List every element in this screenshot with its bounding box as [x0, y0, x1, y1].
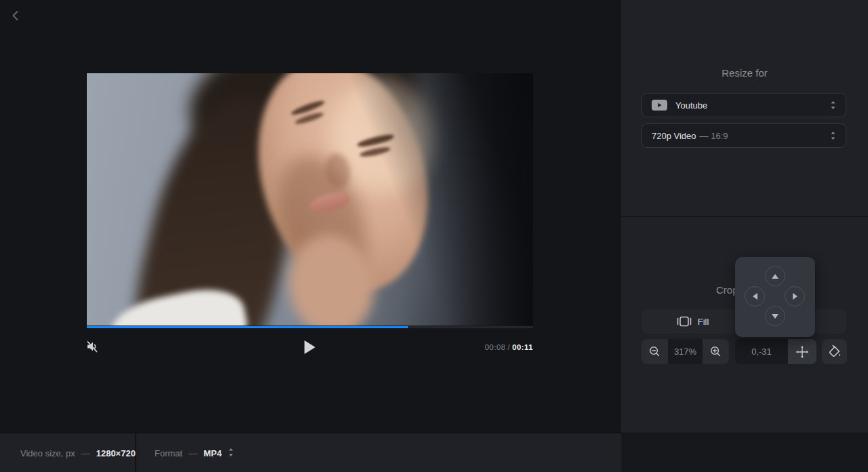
play-button[interactable]	[304, 340, 315, 354]
video-preview[interactable]	[87, 73, 533, 326]
frame-fill-icon	[677, 315, 692, 328]
sidebar-divider	[621, 216, 868, 217]
zoom-in-button[interactable]	[703, 339, 729, 364]
size-select[interactable]: 720p Video — 16:9	[642, 123, 846, 148]
time-display: 00:08/00:11	[358, 343, 533, 351]
video-resizer-app: 00:08/00:11 Resize for Youtube 720p Vide…	[0, 0, 868, 472]
editor-canvas: 00:08/00:11	[0, 0, 621, 433]
arrow-down-icon	[772, 314, 778, 319]
arrow-right-icon	[793, 293, 797, 300]
total-time: 00:11	[512, 343, 533, 351]
size-select-ratio: — 16:9	[700, 131, 728, 141]
bottom-bar: Video size, px — 1280×720 Format — MP4 E…	[0, 433, 868, 472]
move-button[interactable]	[788, 339, 816, 364]
arrow-up-icon	[772, 274, 778, 279]
format-select[interactable]: Format — MP4	[155, 433, 234, 472]
dpad-left-button[interactable]	[745, 286, 765, 307]
video-size-label: Video size, px	[20, 448, 75, 458]
zoom-control: 317%	[642, 339, 729, 364]
mute-button[interactable]	[85, 339, 101, 355]
platform-select-value: Youtube	[675, 100, 707, 111]
dash: —	[81, 448, 90, 458]
size-select-value: 720p Video	[652, 131, 696, 141]
time-separator: /	[508, 343, 511, 351]
zoom-level-value: 317%	[668, 339, 703, 364]
progress-fill	[87, 326, 408, 328]
back-button[interactable]	[7, 7, 24, 24]
stepper-icon	[830, 100, 836, 110]
stepper-icon	[830, 131, 836, 140]
video-size-value: 1280×720	[96, 448, 136, 458]
zoom-out-button[interactable]	[642, 339, 668, 364]
position-value[interactable]: 0,-31	[735, 339, 788, 364]
dpad-up-button[interactable]	[765, 266, 785, 286]
settings-sidebar: Resize for Youtube 720p Video — 16:9 Cro…	[621, 0, 868, 433]
current-time: 00:08	[485, 343, 506, 351]
dash: —	[189, 448, 197, 458]
speaker-muted-icon	[85, 339, 100, 354]
chevron-left-icon	[9, 9, 22, 22]
fill-mode-label: Fill	[698, 317, 709, 327]
platform-select[interactable]: Youtube	[642, 93, 846, 117]
video-size-info: Video size, px — 1280×720	[20, 433, 136, 472]
dpad-down-button[interactable]	[765, 306, 785, 326]
video-progress-bar[interactable]	[87, 326, 533, 328]
dpad-right-button[interactable]	[785, 286, 805, 307]
fill-mode-button[interactable]: Fill	[642, 309, 744, 334]
magnifier-minus-icon	[648, 345, 661, 358]
youtube-icon	[652, 100, 667, 111]
background-fill-button[interactable]	[822, 339, 847, 364]
position-dpad	[735, 257, 815, 337]
resize-for-title: Resize for	[621, 67, 868, 79]
format-value: MP4	[203, 448, 222, 458]
magnifier-plus-icon	[709, 345, 722, 358]
paint-bucket-icon	[828, 345, 842, 359]
format-label: Format	[155, 448, 182, 458]
stepper-icon	[228, 448, 234, 459]
move-cross-icon	[795, 345, 809, 359]
arrow-left-icon	[753, 293, 757, 300]
position-control: 0,-31	[735, 339, 816, 364]
video-art-layer	[87, 73, 533, 326]
